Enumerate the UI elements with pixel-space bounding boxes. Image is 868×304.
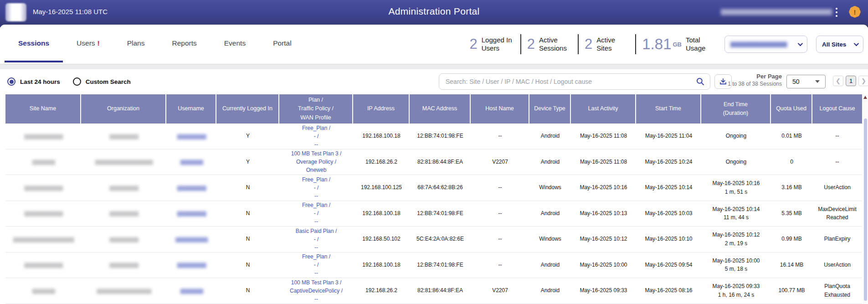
mac-value: 12:BB:74:01:98:FE <box>417 133 463 139</box>
quota-value: 16.14 MB <box>780 262 803 268</box>
user-value[interactable]: ▇▇▇▇▇▇▇ <box>180 288 203 294</box>
user-value[interactable]: ▇▇▇▇▇▇▇ <box>180 159 203 165</box>
logout-value: PlanExpiry <box>824 236 850 242</box>
tab-events[interactable]: Events <box>211 26 259 62</box>
plan-value[interactable]: Free_Plan / - / -- <box>302 124 330 149</box>
tab-portal[interactable]: Portal <box>259 26 305 62</box>
cell-user: ▇▇▇▇▇▇▇▇▇ <box>166 252 216 278</box>
cell-logout: -- <box>812 149 862 175</box>
plan-value[interactable]: Free_Plan / - / -- <box>302 252 330 277</box>
cell-end_time: May-16-2025 10:14 11 m, 44 s <box>701 201 771 227</box>
user-value[interactable]: ▇▇▇▇▇▇▇▇▇▇ <box>175 237 207 242</box>
plan-value[interactable]: Free_Plan / - / -- <box>302 175 330 200</box>
cell-org: ▇▇▇▇▇▇▇▇▇▇▇▇▇▇▇▇▇ <box>81 278 166 304</box>
org-value: ▇▇▇▇▇▇▇▇▇ <box>109 185 138 191</box>
user-value[interactable]: ▇▇▇▇▇▇▇▇▇ <box>177 211 206 216</box>
cell-quota: 0.01 MB <box>771 124 812 149</box>
user-value[interactable]: ▇▇▇▇▇▇▇▇▇ <box>177 262 206 268</box>
tab-plans[interactable]: Plans <box>113 26 159 62</box>
scroll-up-arrow-icon[interactable] <box>863 96 867 99</box>
per-page-label: Per Page <box>727 73 782 80</box>
plan-value[interactable]: 100 MB Test Plan 3 / CaptiveDevicePolicy… <box>290 278 343 303</box>
cell-start_time: May-16-2025 10:24 <box>636 149 701 175</box>
cell-logout: PlanQuota Exhausted <box>812 278 862 304</box>
stat-active-sessions: 2 Active Sessions <box>527 36 572 52</box>
prev-page-button[interactable]: ❮ <box>833 76 843 86</box>
cell-device: Windows <box>529 227 571 252</box>
cell-host: V2207 <box>471 278 529 304</box>
sessions-range-text: 1 to 38 of 38 Sessions <box>727 81 782 87</box>
cell-mac: 82:81:86:44:8F:EA <box>410 149 471 175</box>
radio-custom-search[interactable]: Custom Search <box>73 77 131 86</box>
cell-quota: 3.16 MB <box>771 175 812 201</box>
cell-start_time: May-16-2025 08:16 <box>636 278 701 304</box>
host-value: -- <box>498 262 502 268</box>
quota-value: 0.99 MB <box>781 236 802 242</box>
logout-value: UserAction <box>824 262 851 268</box>
cell-user: ▇▇▇▇▇▇▇▇▇ <box>166 175 216 201</box>
last_activity-value: May-16-2025 10:16 <box>580 184 627 191</box>
radio-unselected-icon <box>73 77 81 86</box>
end_time-value: May-16-2025 09:33 1 h, 16 m, 24 s <box>712 283 760 298</box>
kebab-menu-icon[interactable] <box>832 6 841 19</box>
cell-mac: 12:BB:74:01:98:FE <box>410 201 471 227</box>
cell-logout: PlanExpiry <box>812 227 862 252</box>
device-value: Android <box>541 287 560 294</box>
cell-logged_in: N <box>216 201 279 227</box>
cell-quota: 5.35 MB <box>771 201 812 227</box>
org-value: ▇▇▇▇▇▇▇▇▇▇▇▇▇▇▇▇▇▇ <box>95 159 152 165</box>
cell-ip: 192.168.100.18 <box>353 201 410 227</box>
site-value: ▇▇▇▇▇▇▇▇▇▇▇▇ <box>24 211 62 216</box>
logout-value: UserAction <box>824 184 851 191</box>
tab-bar: Sessions Users! Plans Reports Events Por… <box>0 25 868 64</box>
cell-user: ▇▇▇▇▇▇▇▇▇▇ <box>166 227 216 252</box>
table-scrollbar[interactable] <box>863 95 868 304</box>
download-icon <box>719 77 727 86</box>
page-number-button[interactable]: 1 <box>846 76 856 86</box>
per-page-select[interactable]: 50 <box>786 75 826 88</box>
cell-ip: 192.168.100.18 <box>353 124 410 149</box>
tab-users[interactable]: Users! <box>63 26 113 62</box>
cell-last_activity: May-16-2025 10:16 <box>571 175 636 201</box>
host-value: -- <box>498 210 502 216</box>
tab-sessions[interactable]: Sessions <box>5 26 63 62</box>
tab-reports[interactable]: Reports <box>159 26 211 62</box>
cell-mac: 12:BB:74:01:98:FE <box>410 252 471 278</box>
start_time-value: May-16-2025 11:04 <box>645 133 692 139</box>
quota-value: 5.35 MB <box>781 210 802 216</box>
user-value[interactable]: ▇▇▇▇▇▇▇▇▇ <box>177 134 206 139</box>
radio-last-24-hours[interactable]: Last 24 hours <box>7 77 60 86</box>
cell-plan: Free_Plan / - / -- <box>279 201 353 227</box>
cell-site: ▇▇▇▇▇▇▇▇▇▇▇▇ <box>5 175 81 201</box>
cell-host: -- <box>471 175 529 201</box>
column-header-plan: Plan / Traffic Policy / WAN Profile <box>279 94 353 124</box>
alert-badge-icon[interactable]: ! <box>849 6 860 17</box>
search-icon[interactable] <box>696 77 705 86</box>
end_time-value: May-16-2025 10:14 11 m, 44 s <box>712 206 760 221</box>
cell-org: ▇▇▇▇▇▇▇▇▇ <box>81 252 166 278</box>
cell-logged_in: N <box>216 278 279 304</box>
sites-dropdown[interactable]: All Sites <box>816 36 863 53</box>
cell-logout: UserAction <box>812 252 862 278</box>
end_time-value: Ongoing <box>726 133 746 139</box>
user-value[interactable]: ▇▇▇▇▇▇▇▇▇ <box>177 185 206 191</box>
column-header-mac: MAC Address <box>410 94 471 124</box>
stat-logged-in-users: 2 Logged In Users <box>470 36 514 52</box>
host-value: V2207 <box>492 287 508 294</box>
organization-dropdown[interactable]: ▇▇▇▇▇▇▇▇▇▇▇▇▇▇▇ <box>724 36 807 53</box>
next-page-button[interactable]: ❯ <box>858 76 868 86</box>
scrollbar-thumb[interactable] <box>864 119 867 301</box>
mac-value: 12:BB:74:01:98:FE <box>417 262 463 268</box>
cell-quota: 16.14 MB <box>771 252 812 278</box>
cell-start_time: May-16-2025 11:04 <box>636 124 701 149</box>
plan-value[interactable]: Free_Plan / - / -- <box>302 201 330 226</box>
plan-value[interactable]: Basic Paid Plan / - / -- <box>296 227 337 252</box>
cell-plan: Free_Plan / - / -- <box>279 124 353 149</box>
cell-device: Android <box>529 201 571 227</box>
plan-value[interactable]: 100 MB Test Plan 3 / Overage Policy / On… <box>291 149 342 174</box>
cell-end_time: May-16-2025 10:00 5 m, 18 s <box>701 252 771 278</box>
host-value: -- <box>498 184 502 191</box>
cell-org: ▇▇▇▇▇▇▇▇▇ <box>81 201 166 227</box>
search-input[interactable] <box>439 73 710 90</box>
cell-start_time: May-16-2025 10:14 <box>636 175 701 201</box>
